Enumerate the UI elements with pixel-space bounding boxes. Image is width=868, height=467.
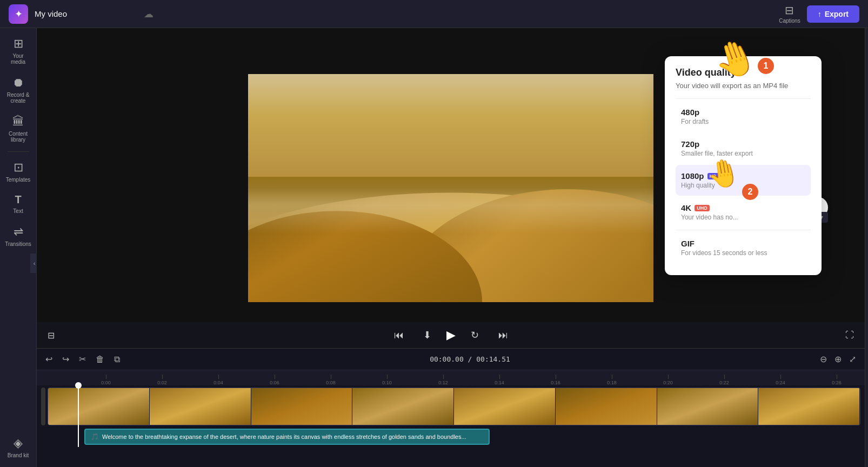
quality-option-gif[interactable]: GIF For videos 15 seconds or less xyxy=(676,232,811,263)
quality-name-gif: GIF xyxy=(681,239,805,248)
ruler-marks: 0:00 0:02 0:04 0:06 0:08 0:10 0:12 0:14 … xyxy=(78,370,865,385)
quality-option-4k[interactable]: 4K UHD Your video has no... xyxy=(676,197,811,228)
quality-desc-1080p: High quality xyxy=(681,182,805,189)
thumb-strip xyxy=(48,388,860,425)
project-title-input[interactable] xyxy=(35,9,137,18)
ruler-mark-014: 0:14 xyxy=(471,375,528,385)
ruler-mark-012: 0:12 xyxy=(415,375,471,385)
thumb-cell-7 xyxy=(657,388,759,425)
ruler-mark-008: 0:08 xyxy=(303,375,359,385)
playhead-dot xyxy=(75,382,82,389)
video-frame xyxy=(248,74,653,302)
quality-desc-gif: For videos 15 seconds or less xyxy=(681,249,805,257)
text-icon: T xyxy=(15,194,21,206)
ruler-mark-000: 0:00 xyxy=(78,375,134,385)
caption-toggle-button[interactable]: ⊟ xyxy=(43,328,59,343)
cloud-icon: ☁ xyxy=(144,8,153,20)
sidebar-item-templates[interactable]: ⊡ Templates xyxy=(2,156,35,187)
quality-desc-480p: For drafts xyxy=(681,118,805,125)
quality-subtitle: Your video will export as an MP4 file xyxy=(676,82,811,90)
brand-kit-icon: ◈ xyxy=(14,436,23,450)
quality-name-1080p: 1080p HD xyxy=(681,171,805,181)
templates-icon: ⊡ xyxy=(14,161,23,175)
captions-icon: ⊟ xyxy=(785,4,794,17)
video-controls: ⊟ ⏮ ⬇ ▶ ↻ ⏭ ⛶ xyxy=(37,322,865,348)
undo-button[interactable]: ↩ xyxy=(43,352,55,366)
export-button[interactable]: ↑ Export xyxy=(807,5,859,23)
sky-area xyxy=(248,74,653,177)
topbar-left: ✦ ☁ xyxy=(9,4,153,24)
subtitle-track[interactable]: 🎵 Welcome to the breathtaking expanse of… xyxy=(84,429,490,445)
thumb-cell-5 xyxy=(454,388,556,425)
uhd-badge: UHD xyxy=(695,205,710,211)
content-library-icon: 🏛 xyxy=(12,115,24,129)
quality-name-4k: 4K UHD xyxy=(681,203,805,212)
mist-layer xyxy=(248,177,653,234)
quality-title: Video quality xyxy=(676,67,811,78)
zoom-out-button[interactable]: ⊖ xyxy=(818,352,829,366)
play-button[interactable]: ▶ xyxy=(446,328,456,342)
duplicate-button[interactable]: ⧉ xyxy=(112,352,122,366)
hd-badge: HD xyxy=(707,173,719,179)
subtitle-icon: 🎵 xyxy=(91,433,99,441)
ruler-mark-002: 0:02 xyxy=(134,375,190,385)
quality-name-720p: 720p xyxy=(681,139,805,149)
quality-option-720p[interactable]: 720p Smaller file, faster export xyxy=(676,133,811,164)
sidebar-item-brand-kit[interactable]: ◈ Brand kit xyxy=(2,432,35,463)
sidebar-item-text[interactable]: T Text xyxy=(2,189,35,218)
timeline-toolbar: ↩ ↪ ✂ 🗑 ⧉ 00:00.00 / 00:14.51 ⊖ ⊕ ⤢ xyxy=(37,349,865,370)
captions-button[interactable]: ⊟ Captions xyxy=(779,4,800,24)
skip-forward-button[interactable]: ↻ xyxy=(466,327,483,343)
thumb-cell-2 xyxy=(150,388,251,425)
ruler-mark-004: 0:04 xyxy=(190,375,246,385)
zoom-controls: ⊖ ⊕ ⤢ xyxy=(818,352,858,366)
delete-button[interactable]: 🗑 xyxy=(94,352,106,366)
track-handle[interactable] xyxy=(41,388,45,425)
next-frame-button[interactable]: ⏭ xyxy=(494,328,512,343)
fullscreen-button[interactable]: ⛶ xyxy=(841,328,858,342)
content-area: ⊟ ⏮ ⬇ ▶ ↻ ⏭ ⛶ ? ▾ Video quality Your vid… xyxy=(37,28,865,467)
fit-button[interactable]: ⤢ xyxy=(847,352,858,366)
zoom-in-button[interactable]: ⊕ xyxy=(832,352,844,366)
cut-button[interactable]: ✂ xyxy=(77,352,88,366)
quality-desc-720p: Smaller file, faster export xyxy=(681,150,805,157)
video-track-row xyxy=(41,388,860,425)
ruler-mark-020: 0:20 xyxy=(640,375,696,385)
playhead[interactable] xyxy=(78,385,79,447)
video-preview: ⊟ ⏮ ⬇ ▶ ↻ ⏭ ⛶ ? ▾ Video quality Your vid… xyxy=(37,28,865,348)
record-icon: ⏺ xyxy=(12,76,24,90)
thumb-cell-4 xyxy=(352,388,454,425)
left-sidebar: ⊞ Your media ⏺ Record &create 🏛 Contentl… xyxy=(0,28,37,467)
quality-desc-4k: Your video has no... xyxy=(681,214,805,221)
quality-divider-top xyxy=(676,98,811,99)
sidebar-item-transitions[interactable]: ⇌ Transitions xyxy=(2,221,35,251)
sidebar-item-content-library[interactable]: 🏛 Contentlibrary xyxy=(2,110,35,147)
timeline-section: ↩ ↪ ✂ 🗑 ⧉ 00:00.00 / 00:14.51 ⊖ ⊕ ⤢ 0:00… xyxy=(37,348,865,467)
download-frame-button[interactable]: ⬇ xyxy=(419,327,436,343)
video-track xyxy=(48,388,860,425)
timeline-ruler: 0:00 0:02 0:04 0:06 0:08 0:10 0:12 0:14 … xyxy=(37,370,865,385)
thumb-cell-3 xyxy=(251,388,353,425)
ruler-mark-022: 0:22 xyxy=(696,375,752,385)
ruler-mark-016: 0:16 xyxy=(528,375,584,385)
video-thumbnails xyxy=(48,388,860,425)
ruler-mark-006: 0:06 xyxy=(246,375,303,385)
topbar-right: ⊟ Captions ↑ Export xyxy=(779,4,859,24)
quality-dropdown: Video quality Your video will export as … xyxy=(665,56,822,275)
right-sidebar: ⊟ Captions ♪ Audio ◑ Fade ⚡ Speed xyxy=(865,28,868,467)
quality-option-1080p[interactable]: 1080p HD High quality xyxy=(676,165,811,196)
desert-video xyxy=(248,74,653,302)
sidebar-item-record[interactable]: ⏺ Record &create xyxy=(2,71,35,108)
subtitle-text: Welcome to the breathtaking expanse of t… xyxy=(102,433,466,440)
thumb-cell-6 xyxy=(556,388,657,425)
transitions-icon: ⇌ xyxy=(14,225,23,239)
app-logo: ✦ xyxy=(9,4,28,24)
quality-option-480p[interactable]: 480p For drafts xyxy=(676,101,811,132)
thumb-cell-1 xyxy=(48,388,150,425)
ruler-mark-010: 0:10 xyxy=(359,375,415,385)
sidebar-item-your-media[interactable]: ⊞ Your media xyxy=(2,32,35,69)
skip-back-button[interactable]: ⏮ xyxy=(390,328,408,343)
redo-button[interactable]: ↪ xyxy=(60,352,71,366)
quality-name-480p: 480p xyxy=(681,108,805,117)
timeline-counter: 00:00.00 / 00:14.51 xyxy=(128,355,812,363)
